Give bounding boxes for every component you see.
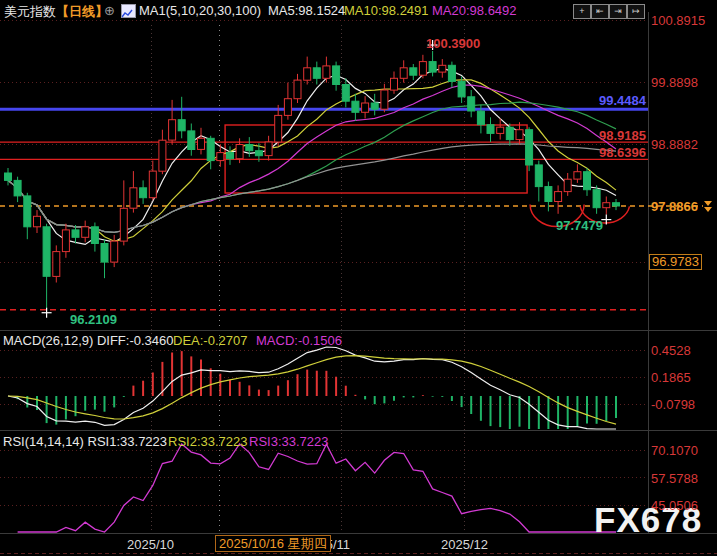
crosshair-price-label: 96.9783 (649, 254, 702, 270)
crosshair-date-label: 2025/10/16 星期四 (215, 535, 331, 552)
symbol-title: 美元指数 (4, 3, 56, 21)
rsi3-value: RSI3:33.7223 (249, 434, 329, 449)
rsi-tick-70: 70.1070 (651, 443, 698, 458)
macd-title: MACD(26,12,9) DIFF:-0.3460 (3, 333, 174, 348)
rsi-tick-45: 45.0506 (651, 498, 698, 513)
ma5-value: MA5:98.1524 (268, 3, 345, 18)
ma20-value: MA20:98.6492 (432, 3, 517, 18)
high-annotation: 100.3900 (426, 36, 480, 51)
blue-level-label: 99.4484 (588, 93, 646, 108)
macd-tick-1: 0.4528 (651, 343, 691, 358)
axis-pan-icon[interactable]: ↦ (627, 4, 645, 19)
axis-fit-right-icon[interactable]: ⇥ (609, 4, 627, 19)
xaxis-oct-label: 2025/10 (127, 537, 174, 552)
red-upper-level-label: 98.9185 (588, 128, 646, 143)
macd-dea-value: DEA:-0.2707 (173, 333, 247, 348)
rsi-title: RSI(14,14,14) RSI1:33.7223 (3, 434, 167, 449)
ma10-value: MA10:98.2491 (344, 3, 429, 18)
macd-macd-value: MACD:-0.1506 (256, 333, 342, 348)
crosshair-tool-icon[interactable]: + (573, 4, 591, 19)
price-tick-99: 99.8898 (651, 75, 698, 90)
title-bar: 美元指数 【日线】 ⊕ MA1(5,10,20,30,100) MA5:98.1… (0, 2, 717, 19)
rsi-tick-57: 57.5788 (651, 471, 698, 486)
recent-low-annotation: 97.7479 (556, 218, 603, 233)
candlestick-chart[interactable] (0, 0, 717, 556)
xaxis-dec-label: 2025/12 (441, 537, 488, 552)
macd-tick-3: -0.0798 (651, 397, 695, 412)
expand-icon[interactable]: ⊕ (104, 3, 115, 18)
current-price-label: 97.8866 (651, 199, 698, 214)
macd-tick-2: 0.1865 (651, 370, 691, 385)
chart-app-window: FX678 美元指数 【日线】 ⊕ MA1(5,10,20,30,100) MA… (0, 0, 717, 556)
axis-fit-left-icon[interactable]: ⇤ (591, 4, 609, 19)
chart-type-icon[interactable] (121, 4, 136, 18)
ma-settings-label: MA1(5,10,20,30,100) (139, 3, 261, 18)
rsi2-value: RSI2:33.7223 (168, 434, 248, 449)
red-lower-level-label: 98.6396 (588, 145, 646, 160)
period-selector[interactable]: 【日线】 (56, 3, 108, 21)
low-annotation: 96.2109 (70, 312, 117, 327)
price-tick-98: 98.8882 (651, 137, 698, 152)
